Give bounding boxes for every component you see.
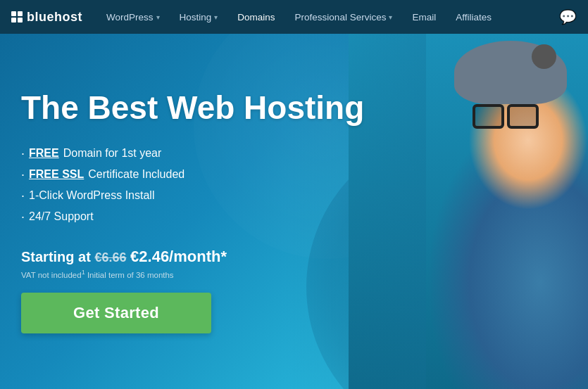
- pricing-block: Starting at €6.66 €2.46/month*: [21, 248, 380, 266]
- bullet-icon: ·: [21, 210, 25, 224]
- logo-area[interactable]: bluehost: [11, 10, 82, 25]
- hero-section: The Best Web Hosting · FREE Domain for 1…: [0, 34, 588, 389]
- glasses-shape: [473, 104, 539, 129]
- pricing-label: Starting at: [21, 249, 94, 264]
- nav-item-hosting[interactable]: Hosting ▾: [170, 0, 228, 34]
- nav-item-affiliates[interactable]: Affiliates: [446, 0, 501, 34]
- feature-text: 1-Click WordPress Install: [29, 189, 154, 202]
- chevron-down-icon: ▾: [389, 13, 392, 21]
- bullet-icon: ·: [21, 189, 25, 203]
- feature-highlight: FREE: [29, 147, 59, 160]
- vat-notice: VAT not included1 Initial term of 36 mon…: [21, 269, 380, 279]
- hero-title: The Best Web Hosting: [21, 89, 380, 127]
- hat-shape: [454, 41, 567, 104]
- nav-item-wordpress[interactable]: WordPress ▾: [96, 0, 170, 34]
- bullet-icon: ·: [21, 146, 25, 161]
- feature-item-ssl: · FREE SSL Certificate Included: [21, 167, 380, 182]
- get-started-button[interactable]: Get Started: [21, 293, 211, 333]
- feature-item-wordpress: · 1-Click WordPress Install: [21, 189, 380, 203]
- feature-item-domain: · FREE Domain for 1st year: [21, 146, 380, 161]
- new-price: €2.46/month*: [130, 248, 227, 265]
- bullet-icon: ·: [21, 167, 25, 182]
- feature-highlight: FREE SSL: [29, 168, 84, 181]
- feature-item-support: · 24/7 Support: [21, 210, 380, 224]
- hero-content: The Best Web Hosting · FREE Domain for 1…: [0, 34, 408, 389]
- features-list: · FREE Domain for 1st year · FREE SSL Ce…: [21, 146, 380, 231]
- chevron-down-icon: ▾: [214, 13, 218, 21]
- nav-item-domains[interactable]: Domains: [227, 0, 284, 34]
- nav-item-email[interactable]: Email: [402, 0, 446, 34]
- feature-text: Domain for 1st year: [63, 147, 162, 160]
- main-nav: WordPress ▾ Hosting ▾ Domains Profession…: [96, 0, 559, 34]
- feature-text: Certificate Included: [88, 168, 184, 181]
- chat-icon[interactable]: 💬: [559, 8, 577, 25]
- logo-text[interactable]: bluehost: [27, 10, 82, 25]
- old-price: €6.66: [94, 250, 126, 264]
- nav-item-professional-services[interactable]: Professional Services ▾: [285, 0, 403, 34]
- header: bluehost WordPress ▾ Hosting ▾ Domains P…: [0, 0, 588, 34]
- logo-grid-icon: [11, 11, 23, 23]
- feature-text: 24/7 Support: [29, 210, 94, 223]
- chevron-down-icon: ▾: [156, 13, 160, 21]
